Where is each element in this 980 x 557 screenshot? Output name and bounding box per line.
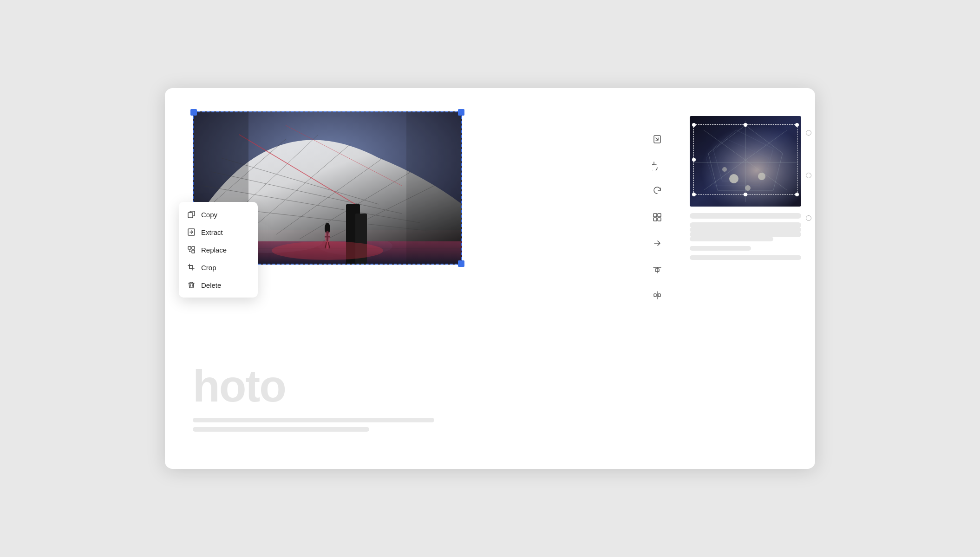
rpl-1 xyxy=(690,227,801,232)
toolbar-export-btn[interactable] xyxy=(648,130,666,149)
svg-rect-32 xyxy=(188,213,193,218)
text-lines xyxy=(193,418,666,432)
svg-rect-36 xyxy=(192,246,195,249)
toolbar-forward-btn[interactable] xyxy=(648,234,666,253)
menu-copy-label: Copy xyxy=(201,211,217,219)
svg-rect-31 xyxy=(406,111,462,265)
menu-item-replace[interactable]: Replace xyxy=(179,241,258,259)
side-dot-3[interactable] xyxy=(806,215,811,221)
svg-rect-35 xyxy=(192,250,195,253)
svg-rect-41 xyxy=(658,214,661,217)
menu-item-delete[interactable]: Delete xyxy=(179,276,258,294)
rpl-3 xyxy=(690,246,751,251)
svg-rect-37 xyxy=(189,266,192,268)
right-panel-svg xyxy=(690,116,801,207)
side-dot-2[interactable] xyxy=(806,173,811,178)
right-toolbar xyxy=(648,130,666,304)
svg-rect-34 xyxy=(188,246,191,249)
delete-icon xyxy=(187,281,196,289)
extract-icon xyxy=(187,228,196,236)
svg-rect-43 xyxy=(658,218,661,221)
svg-rect-40 xyxy=(653,214,657,217)
rpl-2 xyxy=(690,237,773,241)
bottom-text-area: hoto xyxy=(193,364,666,432)
toolbar-redo-btn[interactable] xyxy=(648,182,666,201)
copy-icon xyxy=(187,210,196,219)
crop-icon xyxy=(187,263,196,272)
svg-rect-48 xyxy=(654,294,656,297)
toolbar-undo-btn[interactable] xyxy=(648,156,666,175)
right-panel xyxy=(690,116,801,237)
toolbar-align-btn[interactable] xyxy=(648,260,666,278)
replace-icon xyxy=(187,246,196,254)
svg-point-29 xyxy=(272,241,383,260)
big-label: hoto xyxy=(193,364,666,408)
menu-replace-label: Replace xyxy=(201,246,227,254)
rpl-4 xyxy=(690,255,801,260)
text-line-2 xyxy=(193,427,369,432)
svg-point-27 xyxy=(325,231,330,242)
menu-item-copy[interactable]: Copy xyxy=(179,206,258,223)
menu-item-crop[interactable]: Crop xyxy=(179,259,258,276)
menu-crop-label: Crop xyxy=(201,264,216,272)
svg-rect-42 xyxy=(653,218,657,221)
right-panel-lines xyxy=(690,227,801,260)
context-menu: Copy Extract Replace xyxy=(179,202,258,298)
toolbar-arrange-btn[interactable] xyxy=(648,208,666,227)
right-panel-image xyxy=(690,116,801,207)
property-row-1 xyxy=(690,213,801,219)
svg-rect-63 xyxy=(690,116,801,207)
menu-item-extract[interactable]: Extract xyxy=(179,223,258,241)
side-dots xyxy=(806,130,811,221)
menu-extract-label: Extract xyxy=(201,228,223,236)
menu-delete-label: Delete xyxy=(201,281,221,289)
text-line-1 xyxy=(193,418,434,422)
side-dot-1[interactable] xyxy=(806,130,811,136)
app-window: Copy Extract Replace xyxy=(165,88,815,469)
svg-rect-49 xyxy=(658,294,660,297)
toolbar-distribute-btn[interactable] xyxy=(648,286,666,304)
